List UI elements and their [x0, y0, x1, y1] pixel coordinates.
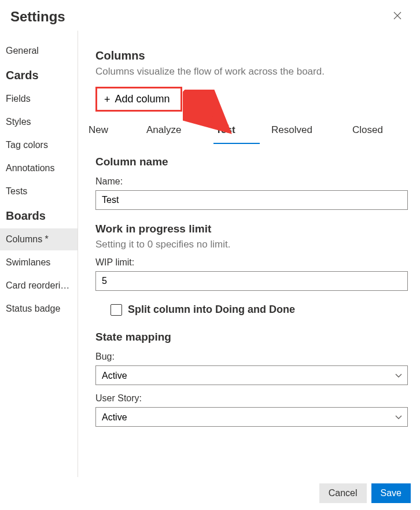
columns-description: Columns visualize the flow of work acros…: [95, 66, 420, 77]
sidebar-item-status-badge[interactable]: Status badge: [0, 298, 78, 320]
sidebar-group-boards: Boards: [0, 204, 78, 227]
tab-new[interactable]: New: [89, 120, 146, 141]
sidebar-item-columns[interactable]: Columns *: [0, 228, 78, 250]
split-column-checkbox[interactable]: [110, 304, 122, 316]
column-name-heading: Column name: [95, 156, 420, 168]
tab-analyze[interactable]: Analyze: [146, 120, 216, 141]
sidebar-item-styles[interactable]: Styles: [0, 111, 78, 133]
sidebar-item-tag-colors[interactable]: Tag colors: [0, 134, 78, 156]
add-column-button[interactable]: + Add column: [95, 87, 182, 112]
wip-heading: Work in progress limit: [95, 223, 420, 235]
sidebar-group-cards: Cards: [0, 63, 78, 87]
columns-heading: Columns: [95, 49, 420, 62]
close-icon: [393, 10, 401, 22]
wip-hint: Setting it to 0 specifies no limit.: [95, 239, 420, 250]
dialog-title: Settings: [10, 9, 65, 25]
sidebar-item-annotations[interactable]: Annotations: [0, 157, 78, 179]
tab-test[interactable]: Test: [216, 120, 271, 141]
dialog-footer: Cancel Save: [319, 483, 411, 503]
settings-main: Columns Columns visualize the flow of wo…: [78, 31, 420, 477]
bug-select[interactable]: Active: [95, 365, 408, 385]
tab-closed[interactable]: Closed: [352, 120, 401, 141]
state-mapping-heading: State mapping: [95, 331, 420, 343]
save-button[interactable]: Save: [371, 483, 411, 503]
user-story-select[interactable]: Active: [95, 407, 408, 427]
bug-label: Bug:: [95, 352, 420, 362]
close-button[interactable]: [391, 8, 404, 25]
split-column-label: Split column into Doing and Done: [128, 304, 295, 316]
add-column-label: Add column: [115, 93, 170, 105]
sidebar-item-swimlanes[interactable]: Swimlanes: [0, 252, 78, 274]
settings-sidebar: General Cards Fields Styles Tag colors A…: [0, 31, 78, 477]
sidebar-item-tests[interactable]: Tests: [0, 180, 78, 202]
dialog-header: Settings: [0, 0, 420, 31]
column-tabs: New Analyze Test Resolved Closed: [89, 120, 401, 141]
name-label: Name:: [95, 176, 420, 187]
cancel-button[interactable]: Cancel: [319, 483, 367, 503]
wip-label: WIP limit:: [95, 257, 420, 268]
sidebar-item-general[interactable]: General: [0, 40, 78, 62]
sidebar-item-fields[interactable]: Fields: [0, 88, 78, 110]
wip-input[interactable]: [95, 271, 408, 291]
plus-icon: +: [104, 94, 110, 105]
tab-resolved[interactable]: Resolved: [271, 120, 352, 141]
name-input[interactable]: [95, 190, 408, 210]
sidebar-item-card-reordering[interactable]: Card reorderi…: [0, 275, 78, 297]
user-story-label: User Story:: [95, 393, 420, 404]
